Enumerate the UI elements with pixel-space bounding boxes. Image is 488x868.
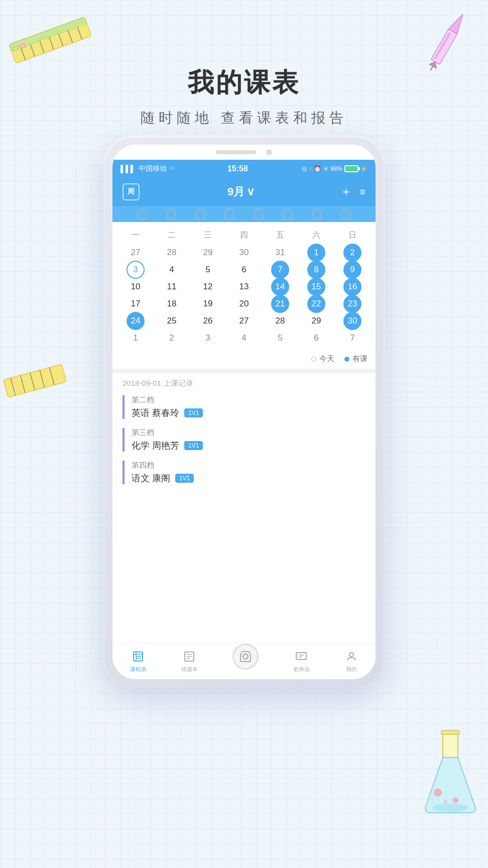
ring-7 — [312, 208, 322, 220]
cal-cell-3-0[interactable]: 17 — [117, 296, 154, 312]
cal-cell-1-5[interactable]: 8 — [298, 262, 334, 278]
svg-point-26 — [443, 800, 447, 804]
cal-cell-5-1[interactable]: 2 — [154, 330, 190, 346]
cal-cell-3-4[interactable]: 21 — [262, 296, 298, 312]
schedule-slot-1: 第三档 — [132, 428, 365, 438]
cal-cell-0-3[interactable]: 30 — [226, 245, 262, 261]
status-left: ▌▌▌ 中国移动 ⌔ — [120, 164, 174, 173]
cal-cell-2-5[interactable]: 15 — [298, 279, 334, 295]
day-sun: 日 — [334, 228, 371, 243]
badge-1v1-2: 1V1 — [175, 474, 194, 483]
has-class-dot — [344, 357, 349, 362]
add-event-button[interactable]: + — [342, 185, 349, 199]
cal-cell-4-6[interactable]: 30 — [334, 313, 371, 329]
nav-teacher[interactable]: 老师说 — [293, 649, 310, 673]
ring-2 — [166, 208, 176, 220]
legend-today: 今天 — [311, 354, 334, 364]
cal-cell-4-1[interactable]: 25 — [154, 313, 190, 329]
cal-cell-5-0[interactable]: 1 — [117, 330, 154, 346]
nav-profile-label: 我的 — [346, 666, 357, 673]
nav-teacher-label: 老师说 — [293, 666, 310, 673]
cal-cell-3-6[interactable]: 23 — [334, 296, 371, 312]
cal-cell-3-1[interactable]: 18 — [154, 296, 190, 312]
cal-cell-4-2[interactable]: 26 — [190, 313, 226, 329]
cal-cell-2-4[interactable]: 14 — [262, 279, 298, 295]
menu-icon[interactable]: ≡ — [359, 186, 365, 198]
ring-4 — [224, 208, 234, 220]
nav-camera[interactable] — [232, 654, 259, 670]
month-selector[interactable]: 9月 ∨ — [227, 184, 255, 199]
nav-mistakes[interactable]: 错题本 — [181, 649, 198, 673]
cal-cell-2-0[interactable]: 10 — [117, 279, 154, 295]
scroll-content[interactable]: 周 9月 ∨ + ≡ — [112, 178, 376, 643]
cal-cell-3-2[interactable]: 19 — [190, 296, 226, 312]
week-view-icon[interactable]: 周 — [123, 183, 140, 200]
nav-profile[interactable]: 我的 — [344, 649, 358, 673]
cal-cell-2-6[interactable]: 16 — [334, 279, 371, 295]
cal-cell-2-2[interactable]: 12 — [190, 279, 226, 295]
cal-cell-5-6[interactable]: 7 — [334, 330, 371, 346]
cal-cell-5-4[interactable]: 5 — [262, 330, 298, 346]
deco-ruler-ml — [0, 362, 70, 402]
schedule-items-container: 第二档英语 蔡春玲1V1第三档化学 周艳芳1V1第四档语文 康阁1V1 — [123, 395, 365, 484]
schedule-slot-2: 第四档 — [132, 461, 365, 470]
schedule-item-1[interactable]: 第三档化学 周艳芳1V1 — [123, 428, 365, 452]
cal-cell-5-2[interactable]: 3 — [190, 330, 226, 346]
schedule-nav-icon — [131, 649, 145, 664]
cal-cell-0-6[interactable]: 2 — [334, 245, 371, 261]
schedule-slot-0: 第二档 — [132, 395, 365, 405]
week-row-2: 10111213141516 — [117, 279, 371, 295]
svg-rect-16 — [4, 364, 66, 397]
schedule-item-0[interactable]: 第二档英语 蔡春玲1V1 — [123, 395, 365, 419]
week-row-5: 1234567 — [117, 330, 371, 346]
mistakes-nav-icon — [182, 649, 196, 664]
teacher-nav-icon — [294, 649, 308, 664]
cal-cell-2-1[interactable]: 11 — [154, 279, 190, 295]
nav-schedule-label: 课程表 — [130, 666, 147, 673]
cal-cell-0-0[interactable]: 27 — [117, 245, 154, 261]
cal-cell-0-1[interactable]: 28 — [154, 245, 190, 261]
schedule-course-2: 语文 康阁1V1 — [132, 472, 365, 484]
camera-nav-icon[interactable] — [232, 643, 259, 670]
cal-cell-1-4[interactable]: 7 — [262, 262, 298, 278]
svg-point-37 — [243, 654, 248, 659]
cal-cell-4-4[interactable]: 28 — [262, 313, 298, 329]
schedule-list: 2018-09-01 上课记录 第二档英语 蔡春玲1V1第三档化学 周艳芳1V1… — [112, 373, 376, 499]
cal-cell-1-6[interactable]: 9 — [334, 262, 371, 278]
cal-cell-3-3[interactable]: 20 — [226, 296, 262, 312]
calendar-legend: 今天 有课 — [112, 351, 376, 369]
cal-cell-2-3[interactable]: 13 — [226, 279, 262, 295]
calendar-grid: 一 二 三 四 五 六 日 27282930311234567891011121… — [112, 222, 376, 351]
cal-cell-0-5[interactable]: 1 — [298, 245, 334, 261]
battery-indicator — [344, 165, 358, 172]
schedule-course-1: 化学 周艳芳1V1 — [132, 440, 365, 452]
cal-cell-1-0[interactable]: 3 — [117, 262, 154, 278]
cal-cell-1-2[interactable]: 5 — [190, 262, 226, 278]
day-sat: 六 — [298, 228, 334, 243]
cal-cell-4-3[interactable]: 27 — [226, 313, 262, 329]
svg-point-25 — [452, 797, 458, 803]
title-section: 我的课表 随时随地 查看课表和报告 — [0, 65, 488, 128]
carrier-name: 中国移动 — [139, 164, 167, 173]
phone-mockup: ▌▌▌ 中国移动 ⌔ 15:58 ◎ ↑ ⏰ ✳ 98% — [103, 136, 385, 688]
badge-1v1-0: 1V1 — [184, 408, 203, 417]
cal-cell-1-3[interactable]: 6 — [226, 262, 262, 278]
cal-cell-4-0[interactable]: 24 — [117, 313, 154, 329]
cal-cell-3-5[interactable]: 22 — [298, 296, 334, 312]
nav-schedule[interactable]: 课程表 — [130, 649, 147, 673]
deco-ruler-tl — [5, 15, 95, 65]
cal-cell-0-2[interactable]: 29 — [190, 245, 226, 261]
section-divider — [112, 369, 376, 373]
cal-cell-4-5[interactable]: 29 — [298, 313, 334, 329]
cal-cell-1-1[interactable]: 4 — [154, 262, 190, 278]
charge-icon: ⚡ — [360, 166, 368, 172]
cal-cell-5-5[interactable]: 6 — [298, 330, 334, 346]
cal-cell-0-4[interactable]: 31 — [262, 245, 298, 261]
schedule-course-0: 英语 蔡春玲1V1 — [132, 407, 365, 419]
cal-cell-5-3[interactable]: 4 — [226, 330, 262, 346]
phone-camera — [266, 149, 272, 155]
wifi-icon: ⌔ — [170, 165, 174, 173]
alarm-icon: ⏰ — [314, 165, 321, 172]
schedule-item-2[interactable]: 第四档语文 康阁1V1 — [123, 461, 365, 484]
calendar-actions: + ≡ — [342, 185, 365, 199]
